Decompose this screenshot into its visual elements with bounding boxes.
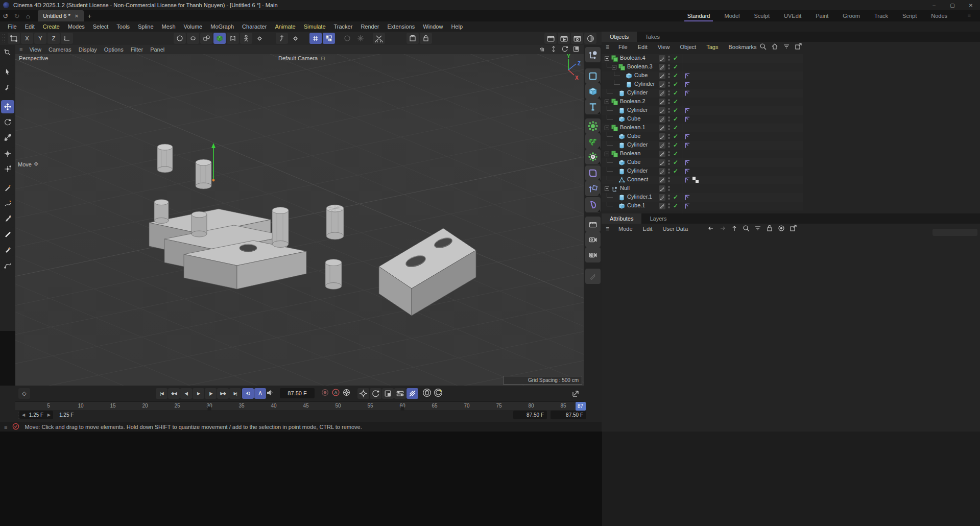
stepper-right-icon[interactable]: ▶	[47, 413, 51, 417]
visibility-dots[interactable]	[668, 73, 670, 79]
close-tab-icon[interactable]: ✕	[75, 13, 79, 19]
capsule-icon[interactable]	[187, 33, 199, 44]
menu-render[interactable]: Render	[357, 23, 383, 30]
disabled-flake-icon[interactable]	[354, 33, 367, 44]
enabled-check-icon[interactable]: ✓	[673, 81, 678, 88]
next-frame-button[interactable]: |▶	[205, 388, 217, 399]
axis-system-icon[interactable]	[61, 33, 73, 44]
visibility-dots[interactable]	[668, 160, 670, 166]
menu-extensions[interactable]: Extensions	[384, 23, 418, 30]
enabled-check-icon[interactable]: ✓	[673, 72, 678, 79]
menu-simulate[interactable]: Simulate	[300, 23, 329, 30]
search-icon[interactable]	[759, 42, 767, 52]
tree-row-null[interactable]: Null	[602, 184, 803, 193]
visibility-dots[interactable]	[668, 134, 670, 140]
text-tool-button[interactable]	[585, 99, 601, 114]
key-parameter-icon[interactable]	[394, 388, 406, 399]
edit-pencil-icon[interactable]	[659, 194, 665, 201]
character-icon[interactable]	[240, 33, 252, 44]
expander-icon[interactable]	[605, 56, 609, 61]
record-target-icon[interactable]	[777, 224, 785, 233]
brush-tool-button[interactable]	[1, 212, 14, 225]
volume-builder-button[interactable]	[585, 134, 601, 149]
knife-tool-button[interactable]	[1, 227, 14, 241]
cut-icon[interactable]	[373, 33, 385, 44]
axis-lock-x-button[interactable]: X	[21, 33, 33, 44]
enabled-check-icon[interactable]: ✓	[673, 107, 678, 114]
tree-row-cylinder.1[interactable]: Cylinder.1✓	[602, 193, 803, 202]
timeline-ruler[interactable]: 51015202530354045505560657075808587	[15, 401, 584, 410]
tab-objects[interactable]: Objects	[602, 32, 637, 42]
edit-render-settings-icon[interactable]	[571, 33, 583, 44]
menu-tracker[interactable]: Tracker	[330, 23, 356, 30]
interactive-render-region-icon[interactable]	[584, 33, 596, 44]
cloth-icon[interactable]	[227, 33, 239, 44]
render-view-icon[interactable]	[544, 33, 557, 44]
menu-spline[interactable]: Spline	[134, 23, 157, 30]
layout-tab-nodes[interactable]: Nodes	[924, 10, 954, 21]
edit-pencil-icon[interactable]	[659, 159, 665, 166]
spline-wrap-button[interactable]	[1, 259, 14, 272]
new-tab-button[interactable]: +	[84, 10, 95, 21]
enabled-check-icon[interactable]: ✓	[673, 168, 678, 175]
display-tag-icon[interactable]	[692, 177, 699, 184]
goto-end-button[interactable]: ▶|	[229, 388, 241, 399]
tree-row-cylinder[interactable]: Cylinder✓	[602, 167, 803, 176]
transform-tool-button[interactable]	[1, 147, 14, 160]
range-end-field[interactable]: 87.50 F	[551, 411, 586, 419]
cut-settings-gear-icon[interactable]	[386, 33, 398, 44]
edit-pencil-icon[interactable]	[659, 168, 665, 175]
expander-icon[interactable]	[605, 186, 609, 191]
menu-window[interactable]: Window	[419, 23, 446, 30]
orbit-icon[interactable]	[561, 45, 568, 54]
phong-tag-icon[interactable]	[684, 168, 690, 176]
enabled-check-icon[interactable]: ✓	[673, 55, 678, 62]
autokey-ring-icon[interactable]: A	[331, 388, 340, 398]
key-diamond-button[interactable]: ◇	[18, 388, 30, 399]
key-rotation-icon[interactable]	[370, 388, 381, 399]
edit-pencil-icon[interactable]	[659, 55, 665, 62]
play-button[interactable]: ▶	[193, 388, 204, 399]
workplane-icon[interactable]	[8, 33, 20, 44]
menu-volume[interactable]: Volume	[180, 23, 206, 30]
key-position-icon[interactable]	[357, 388, 369, 399]
visibility-dots[interactable]	[668, 195, 670, 201]
annotate-pencil-button[interactable]	[585, 269, 601, 284]
record-dot-icon[interactable]	[321, 388, 329, 398]
spline-rect-button[interactable]	[585, 68, 601, 84]
timeline-expand-icon[interactable]	[571, 388, 581, 399]
primitive-cube-button[interactable]	[585, 84, 601, 99]
edit-pencil-icon[interactable]	[659, 107, 665, 114]
phong-tag-icon[interactable]	[684, 90, 690, 98]
dolly-icon[interactable]	[550, 45, 557, 54]
tree-row-cylinder[interactable]: Cylinder✓	[602, 80, 803, 89]
object-name[interactable]: Cube	[634, 72, 648, 78]
menu-mograph[interactable]: MoGraph	[207, 23, 237, 30]
camera-toggle-icon[interactable]: ⊡	[321, 56, 325, 61]
visibility-dots[interactable]	[668, 108, 670, 114]
enabled-check-icon[interactable]: ✓	[673, 63, 678, 70]
phong-tag-icon[interactable]	[684, 203, 690, 210]
attributes-menu-icon[interactable]: ≡	[606, 225, 609, 232]
goto-start-button[interactable]: |◀	[156, 388, 168, 399]
visibility-dots[interactable]	[668, 90, 670, 97]
projection-label[interactable]: Perspective	[19, 55, 48, 61]
phong-tag-icon[interactable]	[684, 107, 690, 115]
tree-row-boolean.3[interactable]: Boolean.3✓	[602, 63, 803, 71]
enabled-check-icon[interactable]: ✓	[673, 194, 678, 201]
move-tool-button[interactable]	[1, 100, 14, 113]
quantize-grid-icon[interactable]	[323, 33, 335, 44]
prev-key-button[interactable]: ◆◀	[168, 388, 180, 399]
object-name[interactable]: Cube	[627, 159, 640, 165]
filter-icon[interactable]	[754, 224, 762, 233]
tree-row-boolean.1[interactable]: Boolean.1✓	[602, 124, 803, 132]
edit-pencil-icon[interactable]	[659, 116, 665, 123]
viewport-menu-filter[interactable]: Filter	[127, 46, 147, 53]
viewport-menu-display[interactable]: Display	[75, 46, 101, 53]
attributes-menu-edit[interactable]: Edit	[638, 226, 658, 232]
expander-icon[interactable]	[605, 126, 609, 130]
phong-tag-icon[interactable]	[684, 116, 690, 124]
camera-settings-button[interactable]	[585, 247, 601, 262]
phong-tag-icon[interactable]	[684, 73, 690, 80]
autokey-a-toggle[interactable]: A	[254, 388, 266, 399]
